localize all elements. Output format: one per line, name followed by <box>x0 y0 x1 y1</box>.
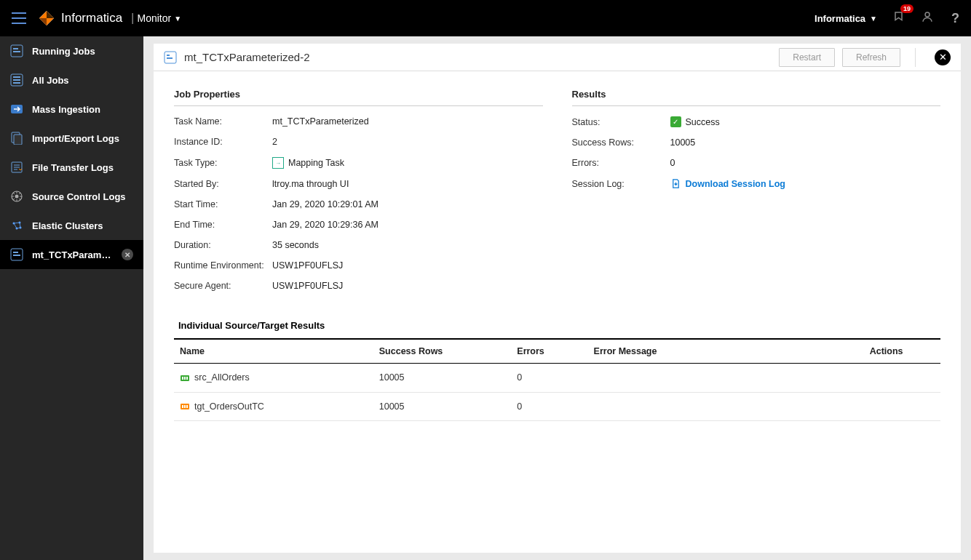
svg-rect-33 <box>184 405 186 408</box>
task-name-label: Task Name: <box>174 116 272 127</box>
results-table: Name Success Rows Errors Error Message A… <box>174 338 940 421</box>
runtime-env-value: USW1PF0UFLSJ <box>272 260 543 271</box>
svg-marker-2 <box>39 18 47 25</box>
started-by-label: Started By: <box>174 179 272 189</box>
start-time-label: Start Time: <box>174 199 272 209</box>
sidebar-icon <box>10 103 23 116</box>
errors-value: 0 <box>670 158 941 168</box>
row-errors: 0 <box>511 364 587 393</box>
status-label: Status: <box>572 117 670 127</box>
sidebar-item-all-jobs[interactable]: All Jobs <box>0 65 143 95</box>
org-switcher[interactable]: Informatica▼ <box>815 13 877 24</box>
svg-point-16 <box>15 195 19 199</box>
row-error-msg <box>588 364 864 393</box>
task-type-label: Task Type: <box>174 158 272 168</box>
session-log-label: Session Log: <box>572 179 670 189</box>
org-label: Informatica <box>815 13 865 24</box>
row-name: src_AllOrders <box>194 372 250 383</box>
close-tab-icon[interactable]: ✕ <box>122 249 133 260</box>
status-value: Success <box>686 117 720 127</box>
sidebar-item-elastic-clusters[interactable]: Elastic Clusters <box>0 211 143 240</box>
svg-rect-23 <box>13 255 20 256</box>
svg-rect-6 <box>13 51 20 52</box>
runtime-env-label: Runtime Environment: <box>174 260 272 271</box>
secure-agent-value: USW1PF0UFLSJ <box>272 281 543 291</box>
notifications-icon[interactable]: 19 <box>893 10 906 26</box>
table-title: Individual Source/Target Results <box>174 320 940 331</box>
row-errors: 0 <box>511 392 587 421</box>
sidebar-item-import-export-logs[interactable]: Import/Export Logs <box>0 124 143 153</box>
brand-name: Informatica <box>61 11 122 25</box>
user-icon[interactable] <box>921 10 934 26</box>
sidebar-item-mt-tctxparameteri[interactable]: mt_TCTxParameteri...✕ <box>0 240 143 269</box>
menu-toggle[interactable] <box>12 12 26 24</box>
notification-badge: 19 <box>900 4 913 13</box>
success-rows-value: 10005 <box>670 137 941 148</box>
svg-rect-29 <box>184 377 186 380</box>
sidebar-item-label: Running Jobs <box>32 46 133 57</box>
refresh-button[interactable]: Refresh <box>842 48 900 67</box>
sidebar-item-source-control-logs[interactable]: Source Control Logs <box>0 182 143 211</box>
sidebar-icon <box>10 132 23 145</box>
app-switcher[interactable]: Monitor▼ <box>138 12 182 24</box>
end-time-label: End Time: <box>174 220 272 230</box>
svg-rect-10 <box>13 82 20 84</box>
sidebar-icon <box>10 44 23 57</box>
table-row: tgt_OrdersOutTC100050 <box>174 392 940 421</box>
sidebar-icon <box>10 73 23 87</box>
svg-rect-26 <box>167 57 173 59</box>
duration-label: Duration: <box>174 240 272 250</box>
row-success: 10005 <box>373 364 512 393</box>
duration-value: 35 seconds <box>272 240 543 250</box>
app-label: Monitor <box>138 12 172 24</box>
col-name: Name <box>174 339 373 364</box>
svg-marker-1 <box>47 11 54 18</box>
secure-agent-label: Secure Agent: <box>174 281 272 291</box>
download-session-log-link[interactable]: Download Session Log <box>686 179 786 189</box>
sidebar-item-running-jobs[interactable]: Running Jobs <box>0 36 143 65</box>
success-rows-label: Success Rows: <box>572 137 670 148</box>
job-properties-title: Job Properties <box>174 89 543 106</box>
start-time-value: Jan 29, 2020 10:29:01 AM <box>272 199 543 209</box>
target-icon <box>180 401 190 412</box>
informatica-logo-icon <box>38 9 55 27</box>
sidebar-item-mass-ingestion[interactable]: Mass Ingestion <box>0 95 143 124</box>
results-title: Results <box>572 89 941 106</box>
instance-id-label: Instance ID: <box>174 137 272 147</box>
chevron-down-icon: ▼ <box>174 15 181 23</box>
task-name-value: mt_TCTxParameterized <box>272 116 543 127</box>
row-success: 10005 <box>373 392 512 421</box>
svg-rect-32 <box>182 405 183 408</box>
svg-rect-28 <box>182 377 183 380</box>
sidebar-icon <box>10 161 23 174</box>
sidebar-item-label: File Transfer Logs <box>32 162 133 173</box>
sidebar: Running JobsAll JobsMass IngestionImport… <box>0 36 143 560</box>
svg-rect-8 <box>13 76 20 78</box>
restart-button[interactable]: Restart <box>779 48 835 67</box>
close-icon[interactable]: ✕ <box>935 49 951 65</box>
task-icon <box>164 51 177 64</box>
help-icon[interactable]: ? <box>951 11 959 26</box>
svg-point-3 <box>925 12 930 17</box>
svg-rect-5 <box>13 48 18 49</box>
sidebar-item-label: All Jobs <box>32 75 133 86</box>
row-name: tgt_OrdersOutTC <box>194 401 264 412</box>
instance-id-value: 2 <box>272 137 543 147</box>
sidebar-item-file-transfer-logs[interactable]: File Transfer Logs <box>0 153 143 182</box>
svg-rect-9 <box>13 79 20 81</box>
col-success-rows: Success Rows <box>373 339 512 364</box>
chevron-down-icon: ▼ <box>870 15 877 23</box>
svg-rect-30 <box>186 377 188 380</box>
row-actions <box>864 392 940 421</box>
col-actions: Actions <box>864 339 940 364</box>
col-errors: Errors <box>511 339 587 364</box>
svg-rect-34 <box>186 405 188 408</box>
col-error-message: Error Message <box>588 339 864 364</box>
sidebar-icon <box>10 248 23 261</box>
started-by-value: ltroy.ma through UI <box>272 179 543 189</box>
svg-rect-13 <box>14 135 22 145</box>
errors-label: Errors: <box>572 158 670 168</box>
svg-rect-22 <box>13 252 18 253</box>
row-error-msg <box>588 392 864 421</box>
row-actions <box>864 364 940 393</box>
